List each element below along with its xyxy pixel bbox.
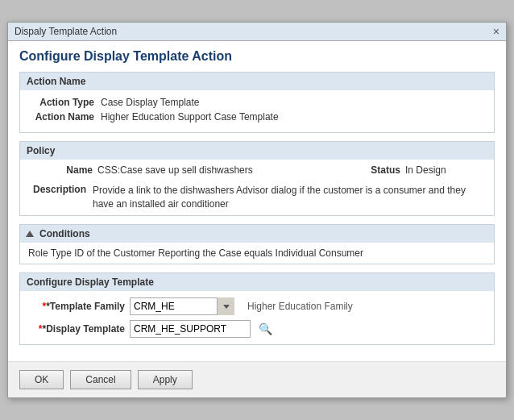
policy-status-label: Status: [352, 164, 400, 176]
conditions-header[interactable]: Conditions: [20, 225, 494, 243]
action-name-label: Action Name: [28, 111, 101, 123]
policy-desc-row: Description Provide a link to the dishwa…: [20, 181, 494, 216]
policy-name-label: Name: [28, 164, 93, 176]
policy-header-label: Policy: [27, 145, 55, 156]
action-name-body: Action Type Case Display Template Action…: [20, 90, 494, 132]
action-name-value: Higher Education Support Case Template: [101, 111, 279, 123]
policy-name-value: CSS:Case save up sell dishwashers: [97, 164, 347, 176]
search-icon[interactable]: 🔍: [259, 322, 272, 335]
template-family-label: **Template Family: [28, 301, 125, 312]
template-family-row: **Template Family CRM_HE Higher Educatio…: [28, 297, 486, 315]
policy-desc-value: Provide a link to the dishwashers Adviso…: [93, 184, 486, 211]
configure-body: **Template Family CRM_HE Higher Educatio…: [20, 291, 494, 344]
conditions-header-label: Conditions: [39, 228, 90, 239]
apply-button[interactable]: Apply: [138, 370, 193, 389]
collapse-icon: [26, 231, 34, 237]
action-name-header: Action Name: [20, 73, 494, 90]
conditions-text: Role Type ID of the Customer Reporting t…: [20, 243, 494, 264]
close-button[interactable]: ×: [493, 26, 499, 37]
configure-section: Configure Display Template **Template Fa…: [19, 272, 495, 345]
cancel-button[interactable]: Cancel: [70, 370, 131, 389]
action-name-header-label: Action Name: [27, 76, 85, 87]
dialog-footer: OK Cancel Apply: [8, 361, 506, 397]
template-family-select[interactable]: CRM_HE: [130, 297, 234, 315]
action-type-value: Case Display Template: [101, 97, 200, 108]
ok-button[interactable]: OK: [19, 370, 64, 389]
action-type-label: Action Type: [28, 97, 101, 108]
display-template-label-text: *Display Template: [43, 323, 125, 335]
template-family-select-wrapper: CRM_HE: [130, 297, 234, 315]
display-template-label: **Display Template: [28, 323, 125, 335]
dialog-titlebar: Dispaly Template Action ×: [8, 23, 506, 41]
policy-name-row: Name CSS:Case save up sell dishwashers S…: [20, 160, 494, 181]
dialog-body: Configure Display Template Action Action…: [8, 41, 506, 362]
action-name-section: Action Name Action Type Case Display Tem…: [19, 72, 495, 133]
action-type-row: Action Type Case Display Template: [28, 97, 486, 108]
policy-section: Policy Name CSS:Case save up sell dishwa…: [19, 141, 495, 217]
display-template-input[interactable]: [130, 320, 251, 338]
configure-header-label: Configure Display Template: [27, 277, 154, 288]
conditions-section: Conditions Role Type ID of the Customer …: [19, 224, 495, 264]
template-family-note: Higher Education Family: [247, 301, 353, 312]
template-family-label-text: *Template Family: [46, 301, 125, 312]
policy-status-value: In Design: [405, 164, 486, 176]
page-title: Configure Display Template Action: [19, 49, 495, 64]
configure-header: Configure Display Template: [20, 273, 494, 291]
dialog-container: Dispaly Template Action × Configure Disp…: [7, 22, 507, 399]
policy-header: Policy: [20, 142, 494, 160]
display-template-row: **Display Template 🔍: [28, 320, 486, 338]
policy-desc-label: Description: [28, 184, 93, 195]
dialog-title: Dispaly Template Action: [15, 26, 117, 37]
action-name-row: Action Name Higher Education Support Cas…: [28, 111, 486, 123]
